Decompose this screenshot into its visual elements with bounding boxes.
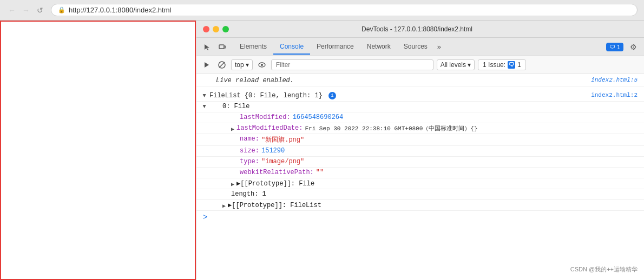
maximize-dot[interactable] xyxy=(222,26,229,32)
nav-buttons: ← → ↺ xyxy=(6,5,45,16)
file-line: ▶ 0: File xyxy=(196,102,644,112)
browser-page xyxy=(0,21,196,280)
live-reload-line: Live reload enabled. index2.html:5 xyxy=(196,76,644,86)
prototype-file-text: ▶[[Prototype]]: File xyxy=(236,179,314,188)
devtools-panel: DevTools - 127.0.0.1:8080/index2.html xyxy=(196,21,644,280)
issue-badge[interactable]: 1 Issue: 🗨 1 xyxy=(478,59,526,70)
filelist-line: ▶ FileList {0: File, length: 1} i index2… xyxy=(196,91,644,102)
lock-icon: 🔒 xyxy=(58,6,65,14)
more-tabs-button[interactable]: » xyxy=(434,41,444,53)
minimize-dot[interactable] xyxy=(213,26,219,32)
name-key: name: xyxy=(240,135,259,143)
tab-network[interactable]: Network xyxy=(360,39,397,55)
type-val: "image/png" xyxy=(261,158,304,165)
dropdown-arrow: ▾ xyxy=(246,61,249,69)
lastmodifieddate-arrow[interactable]: ▶ xyxy=(231,126,234,132)
lastmodified-line: lastModified: 1664548690264 xyxy=(196,112,644,123)
prompt-symbol: > xyxy=(203,213,207,222)
settings-button[interactable]: ⚙ xyxy=(627,41,640,54)
issue-label: 1 Issue: xyxy=(483,61,505,69)
issue-count: 1 xyxy=(517,61,521,69)
levels-dropdown[interactable]: All levels ▾ xyxy=(437,59,475,70)
tab-performance[interactable]: Performance xyxy=(310,39,360,55)
type-line: type: "image/png" xyxy=(196,157,644,168)
lastmodified-key: lastModified: xyxy=(240,114,291,121)
size-line: size: 151290 xyxy=(196,146,644,157)
size-key: size: xyxy=(240,147,259,155)
prototype-filelist-line: ▶ ▶[[Prototype]]: FileList xyxy=(196,200,644,211)
webkit-key: webkitRelativePath: xyxy=(240,169,314,176)
message-badge[interactable]: 🗨 1 xyxy=(606,43,623,51)
length-line: length: 1 xyxy=(196,189,644,200)
info-icon: i xyxy=(328,92,336,99)
lastmodifieddate-line: ▶ lastModifiedDate: Fri Sep 30 2022 22:3… xyxy=(196,123,644,134)
message-icon: 🗨 xyxy=(609,44,615,50)
browser-chrome: ← → ↺ 🔒 http://127.0.0.1:8080/index2.htm… xyxy=(0,0,644,21)
url-text: http://127.0.0.1:8080/index2.html xyxy=(69,6,171,14)
svg-line-4 xyxy=(219,62,225,68)
live-reload-link[interactable]: index2.html:5 xyxy=(580,77,638,83)
top-label: top xyxy=(235,61,244,69)
filelist-arrow[interactable]: ▶ xyxy=(201,94,208,97)
address-bar[interactable]: 🔒 http://127.0.0.1:8080/index2.html xyxy=(51,4,638,16)
name-line: name: "新国旗.png" xyxy=(196,134,644,146)
filelist-text: FileList {0: File, length: 1} i xyxy=(209,92,580,99)
lastmodified-val: 1664548690264 xyxy=(293,114,344,121)
lastmodifieddate-key: lastModifiedDate: xyxy=(236,124,303,132)
refresh-button[interactable]: ↺ xyxy=(35,5,45,16)
message-count: 1 xyxy=(617,44,620,50)
clear-button[interactable] xyxy=(216,59,228,71)
prototype-filelist-text: ▶[[Prototype]]: FileList xyxy=(228,201,321,209)
prototype-file-arrow[interactable]: ▶ xyxy=(231,181,234,188)
tab-console[interactable]: Console xyxy=(273,39,310,55)
prototype-file-line: ▶ ▶[[Prototype]]: File xyxy=(196,178,644,189)
device-icon-btn[interactable] xyxy=(216,41,229,54)
tab-right-icons: 🗨 1 ⚙ xyxy=(606,41,640,54)
webkit-line: webkitRelativePath: "" xyxy=(196,168,644,178)
devtools-title: DevTools - 127.0.0.1:8080/index2.html xyxy=(362,25,472,33)
prompt-line[interactable]: > xyxy=(196,211,644,224)
file-text: 0: File xyxy=(222,103,249,110)
svg-rect-0 xyxy=(219,45,224,49)
filelist-link[interactable]: index2.html:2 xyxy=(580,92,638,98)
close-dot[interactable] xyxy=(203,26,209,32)
eye-button[interactable] xyxy=(256,59,268,71)
console-output: Live reload enabled. index2.html:5 ▶ Fil… xyxy=(196,74,644,280)
devtools-tabs: Elements Console Performance Network Sou… xyxy=(196,38,644,56)
lastmodifieddate-val: Fri Sep 30 2022 22:38:10 GMT+0800（中国标准时间… xyxy=(305,124,477,132)
live-reload-text: Live reload enabled. xyxy=(216,77,580,84)
back-button[interactable]: ← xyxy=(6,5,17,16)
filter-input[interactable] xyxy=(271,59,433,70)
tab-icons xyxy=(201,41,229,54)
issue-icon: 🗨 xyxy=(508,61,515,69)
console-toolbar: top ▾ All levels ▾ 1 Issue: 🗨 1 xyxy=(196,56,644,74)
forward-button[interactable]: → xyxy=(21,5,31,16)
cursor-icon-btn[interactable] xyxy=(201,41,214,54)
execute-button[interactable] xyxy=(201,59,213,71)
svg-rect-1 xyxy=(224,46,226,48)
watermark: CSDN @我的++运输精华 xyxy=(570,265,638,274)
tab-sources[interactable]: Sources xyxy=(397,39,434,55)
file-arrow[interactable]: ▶ xyxy=(201,105,208,108)
levels-label: All levels xyxy=(441,61,466,69)
webkit-val: "" xyxy=(316,169,324,176)
svg-point-6 xyxy=(261,64,263,66)
levels-arrow: ▾ xyxy=(468,61,471,69)
window-controls xyxy=(203,26,229,32)
prototype-filelist-arrow[interactable]: ▶ xyxy=(222,203,226,209)
svg-marker-2 xyxy=(205,62,209,68)
tab-elements[interactable]: Elements xyxy=(233,39,273,55)
devtools-titlebar: DevTools - 127.0.0.1:8080/index2.html xyxy=(196,21,644,38)
context-selector[interactable]: top ▾ xyxy=(231,59,253,70)
size-val: 151290 xyxy=(261,147,285,155)
length-text: length: 1 xyxy=(231,190,266,198)
name-val: "新国旗.png" xyxy=(261,135,304,144)
main-area: DevTools - 127.0.0.1:8080/index2.html xyxy=(0,21,644,280)
type-key: type: xyxy=(240,158,259,165)
